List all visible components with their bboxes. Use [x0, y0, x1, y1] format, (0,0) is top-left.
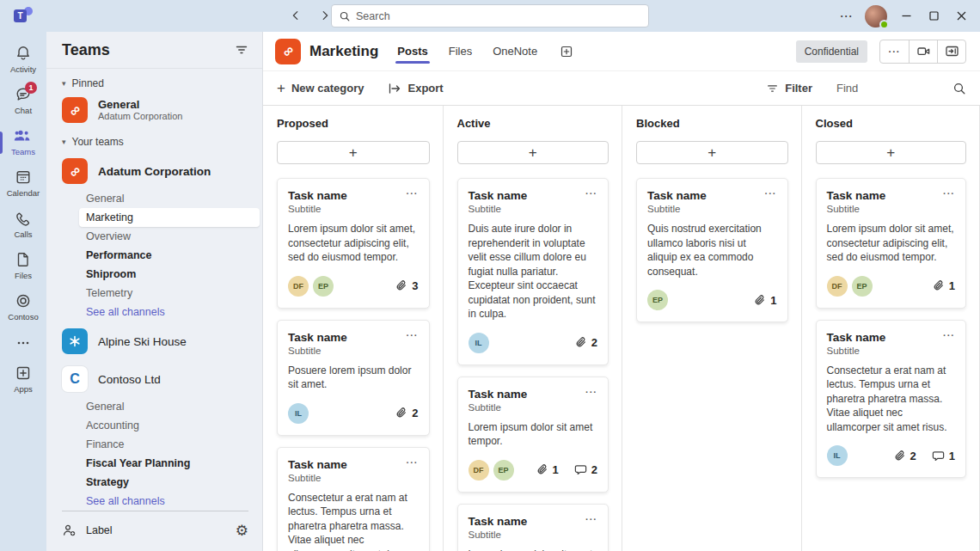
comment-badge: 2	[574, 463, 597, 476]
card-more-icon[interactable]: ···	[585, 388, 597, 396]
add-card-button[interactable]: +	[457, 141, 609, 164]
export-button[interactable]: Export	[388, 82, 443, 95]
column-active: Active + Task name ··· Subtitle Duis aut…	[443, 106, 622, 551]
rail-item-activity[interactable]: Activity	[0, 39, 46, 80]
adatum-team-icon: ∞	[62, 158, 88, 184]
task-card[interactable]: Task name ··· Subtitle Duis aute irure d…	[457, 178, 609, 365]
channel-finance[interactable]: Finance	[86, 435, 262, 454]
task-card[interactable]: Task name ··· Subtitle Lorem ipsum dolor…	[277, 178, 430, 309]
channel-shiproom[interactable]: Shiproom	[86, 265, 262, 284]
card-more-icon[interactable]: ···	[943, 189, 955, 198]
team-alpine-ski-house[interactable]: Alpine Ski House	[46, 323, 262, 359]
channel-accounting[interactable]: Accounting	[86, 416, 262, 435]
find-input[interactable]	[836, 82, 927, 95]
back-icon[interactable]	[285, 4, 306, 27]
pinned-section-header[interactable]: ▾ Pinned	[46, 69, 262, 93]
marketing-channel-icon: ∞	[275, 39, 301, 64]
add-tab-icon[interactable]	[560, 45, 573, 58]
avatar: IL	[827, 445, 848, 466]
rail-item-calls[interactable]: Calls	[0, 204, 46, 245]
paperclip-icon	[574, 336, 587, 349]
pinned-channel-general[interactable]: ∞ General Adatum Corporation	[46, 93, 262, 127]
teams-window: T ···	[0, 0, 980, 551]
team-adatum-corporation[interactable]: ∞ Adatum Corporation	[46, 153, 262, 189]
phone-icon	[15, 209, 32, 228]
new-category-button[interactable]: + New category	[277, 81, 364, 95]
chevron-down-icon: ▾	[62, 79, 66, 88]
channel-fiscal-year-planning[interactable]: Fiscal Year Planning	[86, 454, 262, 473]
teams-sidebar: Teams ▾ Pinned ∞ General Adatum Corporat…	[46, 32, 263, 551]
bell-icon	[15, 44, 32, 63]
filter-icon[interactable]	[235, 43, 248, 57]
meet-camera-icon[interactable]	[909, 40, 937, 63]
search-icon	[339, 10, 351, 22]
card-more-icon[interactable]: ···	[943, 331, 955, 340]
card-more-icon[interactable]: ···	[585, 515, 597, 523]
tab-onenote[interactable]: OneNote	[491, 34, 539, 68]
task-card[interactable]: Task name ··· Subtitle Consectetur a era…	[277, 447, 430, 551]
search-input[interactable]	[356, 10, 641, 22]
task-card[interactable]: Task name ··· Subtitle Lorem ipsum dolor…	[457, 377, 609, 493]
file-icon	[15, 250, 32, 269]
board-search-icon[interactable]	[952, 82, 966, 95]
task-card[interactable]: Task name ··· Subtitle Consectetur a era…	[816, 320, 967, 479]
rail-item-contoso[interactable]: Contoso	[0, 286, 46, 328]
channel-general[interactable]: General	[86, 397, 262, 416]
rail-item-files[interactable]: Files	[0, 245, 46, 286]
your-teams-section-header[interactable]: ▾ Your teams	[46, 127, 262, 151]
user-avatar[interactable]	[865, 5, 887, 28]
comment-badge: 1	[932, 450, 955, 462]
column-title: Blocked	[636, 117, 788, 130]
title-bar: T ···	[0, 0, 980, 32]
header-more-icon[interactable]: ···	[880, 40, 909, 63]
chat-unread-badge: 1	[25, 82, 37, 94]
titlebar-more-icon[interactable]: ···	[834, 10, 860, 22]
alpine-team-icon	[62, 328, 88, 354]
see-all-channels-link[interactable]: See all channels	[86, 303, 262, 321]
channel-general[interactable]: General	[86, 189, 262, 208]
avatar: EP	[493, 460, 514, 481]
channel-telemetry[interactable]: Telemetry	[86, 284, 262, 303]
paperclip-icon	[753, 294, 766, 307]
attachment-badge: 1	[753, 294, 776, 307]
see-all-channels-link[interactable]: See all channels	[86, 492, 262, 511]
rail-item-chat[interactable]: 1 Chat	[0, 80, 46, 121]
task-card[interactable]: Task name ··· Subtitle Lorem ipsum dolor…	[457, 504, 609, 551]
gear-icon[interactable]: ⚙	[236, 523, 248, 538]
channel-strategy[interactable]: Strategy	[86, 473, 262, 492]
invite-people-icon[interactable]	[62, 523, 77, 538]
paperclip-icon	[893, 450, 906, 462]
tab-posts[interactable]: Posts	[395, 34, 429, 68]
rail-item-apps[interactable]: Apps	[0, 358, 46, 400]
add-card-button[interactable]: +	[636, 141, 788, 164]
card-more-icon[interactable]: ···	[585, 189, 597, 198]
rail-item-teams[interactable]: Teams	[0, 121, 46, 162]
task-card[interactable]: Task name ··· Subtitle Lorem ipsum dolor…	[816, 178, 967, 309]
minimize-button[interactable]	[892, 0, 920, 32]
filter-button[interactable]: Filter	[766, 82, 812, 95]
card-more-icon[interactable]: ···	[407, 458, 419, 467]
open-in-panel-icon[interactable]	[937, 40, 965, 63]
attachment-badge: 1	[932, 279, 955, 292]
channel-overview[interactable]: Overview	[86, 227, 262, 246]
card-more-icon[interactable]: ···	[407, 189, 419, 198]
rail-item-calendar[interactable]: Calendar	[0, 162, 46, 204]
rail-more-icon[interactable]	[16, 328, 30, 358]
comment-icon	[932, 450, 945, 462]
maximize-button[interactable]	[920, 0, 947, 32]
paperclip-icon	[395, 279, 407, 292]
channel-performance[interactable]: Performance	[86, 246, 262, 265]
global-search[interactable]	[331, 4, 649, 28]
tab-files[interactable]: Files	[447, 34, 474, 68]
card-more-icon[interactable]: ···	[407, 331, 419, 340]
team-contoso-ltd[interactable]: C Contoso Ltd	[46, 361, 262, 397]
channel-marketing[interactable]: Marketing	[79, 208, 260, 227]
add-card-button[interactable]: +	[277, 141, 430, 164]
paperclip-icon	[932, 279, 945, 292]
card-more-icon[interactable]: ···	[765, 189, 777, 198]
avatar: IL	[288, 403, 309, 424]
task-card[interactable]: Task name ··· Subtitle Posuere lorem ips…	[277, 320, 430, 436]
task-card[interactable]: Task name ··· Subtitle Quis nostrud exer…	[636, 178, 788, 322]
close-button[interactable]	[947, 0, 975, 32]
add-card-button[interactable]: +	[816, 141, 967, 164]
